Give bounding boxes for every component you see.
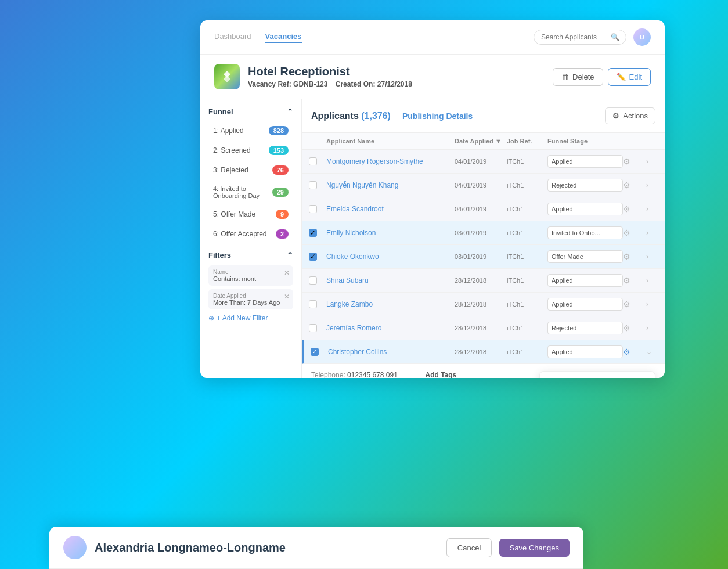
user-avatar[interactable]: U: [633, 28, 651, 46]
applicant-name[interactable]: Montgomery Rogerson-Smythe: [326, 157, 455, 165]
vacancy-logo: [214, 64, 240, 89]
row-gear-icon[interactable]: ⚙: [623, 252, 646, 261]
table-row: Shirai Subaru 28/12/2018 iTCh1 Applied ⚙…: [302, 269, 665, 293]
row-checkbox[interactable]: ✓: [311, 348, 319, 356]
funnel-item-onboarding[interactable]: 4: Invited toOnboarding Day 29: [208, 181, 293, 203]
vacancy-header: Hotel Receptionist Vacancy Ref: GDNB-123…: [200, 55, 665, 99]
applicant-detail-panel: Alexandria Longnameo-Longname Cancel Sav…: [49, 527, 583, 569]
stage-select[interactable]: Rejected: [547, 322, 623, 334]
detail-name: Alexandria Longnameo-Longname: [95, 541, 286, 554]
publishing-details-tab[interactable]: Publishing Details: [402, 111, 473, 121]
applicant-name[interactable]: Nguyễn Nguyên Khang: [326, 181, 455, 189]
row-gear-icon[interactable]: ⚙: [623, 300, 646, 309]
stage-select[interactable]: Rejected: [547, 179, 623, 192]
row-chevron-icon[interactable]: ›: [646, 229, 658, 237]
row-checkbox[interactable]: ✓: [309, 253, 317, 261]
stage-select[interactable]: Applied: [547, 345, 623, 358]
funnel-item-offer-accepted[interactable]: 6: Offer Accepted 2: [208, 225, 293, 243]
vacancy-title: Hotel Receptionist: [248, 65, 553, 78]
row-chevron-icon[interactable]: ›: [646, 205, 658, 213]
row-chevron-icon[interactable]: ›: [646, 324, 658, 332]
add-filter-icon: ⊕: [208, 314, 214, 322]
applicant-name[interactable]: Christopher Collins: [328, 348, 455, 356]
row-checkbox[interactable]: [309, 300, 317, 308]
row-checkbox[interactable]: [309, 324, 317, 332]
row-checkbox[interactable]: [309, 276, 317, 284]
add-filter-button[interactable]: ⊕ + Add New Filter: [208, 314, 293, 322]
row-chevron-icon[interactable]: ⌄: [646, 348, 658, 356]
stage-select[interactable]: Applied: [547, 155, 623, 168]
applicant-name[interactable]: Shirai Subaru: [326, 276, 455, 284]
vacancy-meta: Vacancy Ref: GDNB-123 Created On: 27/12/…: [248, 80, 553, 88]
row-gear-icon[interactable]: ⚙: [623, 228, 646, 237]
row-checkbox[interactable]: [309, 181, 317, 189]
row-chevron-icon[interactable]: ›: [646, 157, 658, 165]
row-gear-icon[interactable]: ⚙: [623, 276, 646, 285]
funnel-header: Funnel ⌃: [208, 107, 293, 116]
stage-select[interactable]: Applied: [547, 298, 623, 311]
funnel-collapse-icon[interactable]: ⌃: [287, 107, 293, 116]
table-row: ✓ Chioke Okonkwo 03/01/2019 iTCh1 Offer …: [302, 245, 665, 269]
row-chevron-icon[interactable]: ›: [646, 276, 658, 284]
applicant-name[interactable]: Langke Zambo: [326, 300, 455, 308]
stage-select[interactable]: Applied: [547, 203, 623, 215]
search-input[interactable]: [541, 33, 611, 41]
funnel-sidebar: Funnel ⌃ 1: Applied 828 2: Screened 153 …: [200, 99, 302, 378]
funnel-item-rejected[interactable]: 3: Rejected 76: [208, 161, 293, 179]
applicant-name[interactable]: Jeremías Romero: [326, 324, 455, 332]
stage-select[interactable]: Applied: [547, 274, 623, 287]
nav-vacancies[interactable]: Vacancies: [265, 32, 302, 43]
detail-avatar: [63, 536, 87, 559]
nav-dashboard[interactable]: Dashboard: [214, 32, 251, 43]
row-chevron-icon[interactable]: ›: [646, 181, 658, 189]
expanded-row: Telephone: 012345 678 091 Date of Birth:…: [302, 364, 665, 378]
applicant-name[interactable]: Emily Nicholson: [326, 229, 455, 237]
search-box[interactable]: 🔍: [534, 30, 626, 45]
filters-collapse-icon[interactable]: ⌃: [287, 251, 293, 260]
vacancy-ref-value: GDNB-123: [293, 80, 327, 88]
row-gear-icon[interactable]: ⚙: [623, 347, 646, 356]
table-row: Langke Zambo 28/12/2018 iTCh1 Applied ⚙ …: [302, 293, 665, 316]
cancel-button[interactable]: Cancel: [446, 538, 492, 557]
row-checkbox[interactable]: [309, 157, 317, 165]
table-row: ✓ Christopher Collins 28/12/2018 iTCh1 A…: [302, 340, 665, 364]
table-row: Nguyễn Nguyên Khang 04/01/2019 iTCh1 Rej…: [302, 174, 665, 197]
funnel-item-applied[interactable]: 1: Applied 828: [208, 122, 293, 139]
row-chevron-icon[interactable]: ›: [646, 300, 658, 308]
applicants-title: Applicants (1,376): [311, 111, 391, 121]
applicants-table: Applicant Name Date Applied ▼ Job Ref. F…: [302, 133, 665, 378]
funnel-item-offer-made[interactable]: 5: Offer Made 9: [208, 206, 293, 223]
nav-links: Dashboard Vacancies: [214, 32, 302, 43]
filters-title: Filters: [208, 251, 231, 260]
filters-section: Filters ⌃ Name Contains: mont ✕ Date App…: [208, 251, 293, 322]
delete-button[interactable]: 🗑 Delete: [553, 68, 603, 86]
row-chevron-icon[interactable]: ›: [646, 253, 658, 261]
save-changes-button[interactable]: Save Changes: [499, 539, 570, 557]
row-gear-icon[interactable]: ⚙: [623, 157, 646, 166]
gear-settings-icon: ⚙: [612, 111, 619, 120]
vacancy-panel: Dashboard Vacancies 🔍 U Hotel Receptioni…: [200, 20, 665, 378]
row-checkbox[interactable]: [309, 205, 317, 213]
funnel-item-screened[interactable]: 2: Screened 153: [208, 142, 293, 159]
filter-close-date-icon[interactable]: ✕: [284, 293, 290, 301]
table-row: Montgomery Rogerson-Smythe 04/01/2019 iT…: [302, 150, 665, 174]
table-row: Emelda Scandroot 04/01/2019 iTCh1 Applie…: [302, 197, 665, 221]
table-row: Jeremías Romero 28/12/2018 iTCh1 Rejecte…: [302, 316, 665, 340]
applicant-name[interactable]: Emelda Scandroot: [326, 205, 455, 213]
row-gear-icon[interactable]: ⚙: [623, 323, 646, 333]
stage-select[interactable]: Offer Made: [547, 250, 623, 263]
row-gear-icon[interactable]: ⚙: [623, 181, 646, 190]
actions-button[interactable]: ⚙ Actions: [605, 107, 655, 124]
vacancy-created-label: Created On:: [336, 80, 376, 88]
row-checkbox[interactable]: ✓: [309, 229, 317, 237]
edit-button[interactable]: ✏️ Edit: [608, 68, 651, 86]
vacancy-ref-label: Vacancy Ref:: [248, 80, 291, 88]
stage-select[interactable]: Invited to Onbo...: [547, 226, 623, 239]
edit-icon: ✏️: [617, 73, 626, 81]
applicants-area: Applicants (1,376) Publishing Details ⚙ …: [302, 99, 665, 378]
filter-close-icon[interactable]: ✕: [284, 269, 290, 277]
vacancy-content: Funnel ⌃ 1: Applied 828 2: Screened 153 …: [200, 99, 665, 378]
table-row: ✓ Emily Nicholson 03/01/2019 iTCh1 Invit…: [302, 221, 665, 245]
row-gear-icon[interactable]: ⚙: [623, 204, 646, 214]
applicant-name[interactable]: Chioke Okonkwo: [326, 253, 455, 261]
